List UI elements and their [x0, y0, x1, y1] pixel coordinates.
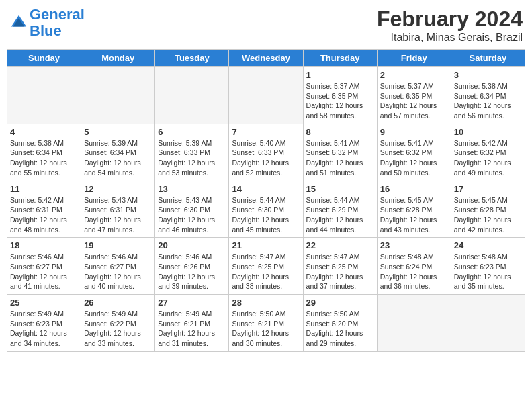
day-info: Sunrise: 5:44 AMSunset: 6:29 PMDaylight:…	[306, 195, 374, 235]
day-number: 7	[232, 127, 300, 137]
day-cell: 6 Sunrise: 5:39 AMSunset: 6:33 PMDayligh…	[155, 124, 229, 181]
day-number: 16	[380, 184, 448, 194]
day-cell: 15 Sunrise: 5:44 AMSunset: 6:29 PMDaylig…	[303, 181, 377, 238]
day-header-friday: Friday	[377, 50, 451, 67]
day-header-sunday: Sunday	[7, 50, 81, 67]
day-info: Sunrise: 5:48 AMSunset: 6:23 PMDaylight:…	[454, 252, 522, 291]
day-cell: 4 Sunrise: 5:38 AMSunset: 6:34 PMDayligh…	[7, 124, 81, 181]
day-cell: 9 Sunrise: 5:41 AMSunset: 6:32 PMDayligh…	[377, 124, 451, 181]
week-row-0: 1 Sunrise: 5:37 AMSunset: 6:35 PMDayligh…	[7, 67, 525, 124]
day-number: 21	[232, 240, 300, 250]
day-info: Sunrise: 5:41 AMSunset: 6:32 PMDaylight:…	[380, 138, 448, 178]
day-number: 22	[306, 240, 374, 250]
day-cell: 29 Sunrise: 5:50 AMSunset: 6:20 PMDaylig…	[303, 295, 377, 352]
day-cell: 8 Sunrise: 5:41 AMSunset: 6:32 PMDayligh…	[303, 124, 377, 181]
day-info: Sunrise: 5:37 AMSunset: 6:35 PMDaylight:…	[306, 81, 374, 121]
day-number: 12	[84, 184, 152, 194]
day-cell: 12 Sunrise: 5:43 AMSunset: 6:31 PMDaylig…	[81, 181, 155, 238]
day-number: 2	[380, 70, 448, 80]
day-cell: 21 Sunrise: 5:47 AMSunset: 6:25 PMDaylig…	[229, 238, 303, 295]
logo-blue: Blue	[30, 22, 62, 39]
day-cell	[377, 295, 451, 352]
day-number: 3	[454, 70, 522, 80]
day-info: Sunrise: 5:45 AMSunset: 6:28 PMDaylight:…	[380, 195, 448, 235]
day-number: 26	[84, 298, 152, 308]
day-number: 20	[158, 240, 226, 250]
day-info: Sunrise: 5:40 AMSunset: 6:33 PMDaylight:…	[232, 138, 300, 178]
page-header: General Blue February 2024 Itabira, Mina…	[7, 7, 525, 44]
day-number: 1	[306, 70, 374, 80]
day-info: Sunrise: 5:48 AMSunset: 6:24 PMDaylight:…	[380, 252, 448, 291]
day-number: 8	[306, 127, 374, 137]
day-cell	[155, 67, 229, 124]
logo-general: General	[30, 6, 85, 23]
day-info: Sunrise: 5:47 AMSunset: 6:25 PMDaylight:…	[232, 252, 300, 291]
day-cell: 20 Sunrise: 5:46 AMSunset: 6:26 PMDaylig…	[155, 238, 229, 295]
day-cell	[7, 67, 81, 124]
day-cell: 11 Sunrise: 5:42 AMSunset: 6:31 PMDaylig…	[7, 181, 81, 238]
week-row-1: 4 Sunrise: 5:38 AMSunset: 6:34 PMDayligh…	[7, 124, 525, 181]
header-row: SundayMondayTuesdayWednesdayThursdayFrid…	[7, 50, 525, 67]
day-number: 15	[306, 184, 374, 194]
day-info: Sunrise: 5:45 AMSunset: 6:28 PMDaylight:…	[454, 195, 522, 235]
day-header-tuesday: Tuesday	[155, 50, 229, 67]
day-cell	[451, 295, 525, 352]
day-header-thursday: Thursday	[303, 50, 377, 67]
day-number: 28	[232, 298, 300, 308]
day-info: Sunrise: 5:43 AMSunset: 6:31 PMDaylight:…	[84, 195, 152, 235]
day-info: Sunrise: 5:47 AMSunset: 6:25 PMDaylight:…	[306, 252, 374, 291]
day-number: 5	[84, 127, 152, 137]
day-info: Sunrise: 5:49 AMSunset: 6:21 PMDaylight:…	[158, 309, 226, 349]
day-number: 9	[380, 127, 448, 137]
week-row-2: 11 Sunrise: 5:42 AMSunset: 6:31 PMDaylig…	[7, 181, 525, 238]
day-number: 23	[380, 240, 448, 250]
day-cell: 16 Sunrise: 5:45 AMSunset: 6:28 PMDaylig…	[377, 181, 451, 238]
day-cell: 5 Sunrise: 5:39 AMSunset: 6:34 PMDayligh…	[81, 124, 155, 181]
day-cell	[229, 67, 303, 124]
day-number: 19	[84, 240, 152, 250]
day-info: Sunrise: 5:46 AMSunset: 6:26 PMDaylight:…	[158, 252, 226, 291]
week-row-4: 25 Sunrise: 5:49 AMSunset: 6:23 PMDaylig…	[7, 295, 525, 352]
day-info: Sunrise: 5:38 AMSunset: 6:34 PMDaylight:…	[10, 138, 78, 178]
day-cell: 24 Sunrise: 5:48 AMSunset: 6:23 PMDaylig…	[451, 238, 525, 295]
day-info: Sunrise: 5:37 AMSunset: 6:35 PMDaylight:…	[380, 81, 448, 121]
day-cell: 17 Sunrise: 5:45 AMSunset: 6:28 PMDaylig…	[451, 181, 525, 238]
day-cell: 26 Sunrise: 5:49 AMSunset: 6:22 PMDaylig…	[81, 295, 155, 352]
day-cell: 3 Sunrise: 5:38 AMSunset: 6:34 PMDayligh…	[451, 67, 525, 124]
day-info: Sunrise: 5:38 AMSunset: 6:34 PMDaylight:…	[454, 81, 522, 121]
day-info: Sunrise: 5:50 AMSunset: 6:20 PMDaylight:…	[306, 309, 374, 349]
day-cell: 1 Sunrise: 5:37 AMSunset: 6:35 PMDayligh…	[303, 67, 377, 124]
day-info: Sunrise: 5:46 AMSunset: 6:27 PMDaylight:…	[84, 252, 152, 291]
day-info: Sunrise: 5:44 AMSunset: 6:30 PMDaylight:…	[232, 195, 300, 235]
day-cell: 27 Sunrise: 5:49 AMSunset: 6:21 PMDaylig…	[155, 295, 229, 352]
logo-icon	[9, 13, 28, 32]
day-cell: 14 Sunrise: 5:44 AMSunset: 6:30 PMDaylig…	[229, 181, 303, 238]
calendar-table: SundayMondayTuesdayWednesdayThursdayFrid…	[7, 49, 525, 352]
day-number: 14	[232, 184, 300, 194]
day-info: Sunrise: 5:49 AMSunset: 6:23 PMDaylight:…	[10, 309, 78, 349]
day-info: Sunrise: 5:39 AMSunset: 6:33 PMDaylight:…	[158, 138, 226, 178]
calendar-body: 1 Sunrise: 5:37 AMSunset: 6:35 PMDayligh…	[7, 67, 525, 352]
day-cell: 2 Sunrise: 5:37 AMSunset: 6:35 PMDayligh…	[377, 67, 451, 124]
day-cell	[81, 67, 155, 124]
day-cell: 18 Sunrise: 5:46 AMSunset: 6:27 PMDaylig…	[7, 238, 81, 295]
day-info: Sunrise: 5:46 AMSunset: 6:27 PMDaylight:…	[10, 252, 78, 291]
day-info: Sunrise: 5:42 AMSunset: 6:32 PMDaylight:…	[454, 138, 522, 178]
calendar-header: SundayMondayTuesdayWednesdayThursdayFrid…	[7, 50, 525, 67]
day-number: 6	[158, 127, 226, 137]
day-cell: 25 Sunrise: 5:49 AMSunset: 6:23 PMDaylig…	[7, 295, 81, 352]
day-cell: 10 Sunrise: 5:42 AMSunset: 6:32 PMDaylig…	[451, 124, 525, 181]
day-number: 4	[10, 127, 78, 137]
day-info: Sunrise: 5:39 AMSunset: 6:34 PMDaylight:…	[84, 138, 152, 178]
day-info: Sunrise: 5:49 AMSunset: 6:22 PMDaylight:…	[84, 309, 152, 349]
day-cell: 19 Sunrise: 5:46 AMSunset: 6:27 PMDaylig…	[81, 238, 155, 295]
month-year: February 2024	[377, 7, 523, 32]
logo: General Blue	[9, 7, 85, 39]
day-number: 27	[158, 298, 226, 308]
day-number: 18	[10, 240, 78, 250]
day-header-saturday: Saturday	[451, 50, 525, 67]
day-number: 29	[306, 298, 374, 308]
day-number: 25	[10, 298, 78, 308]
day-info: Sunrise: 5:43 AMSunset: 6:30 PMDaylight:…	[158, 195, 226, 235]
title-block: February 2024 Itabira, Minas Gerais, Bra…	[377, 7, 523, 44]
